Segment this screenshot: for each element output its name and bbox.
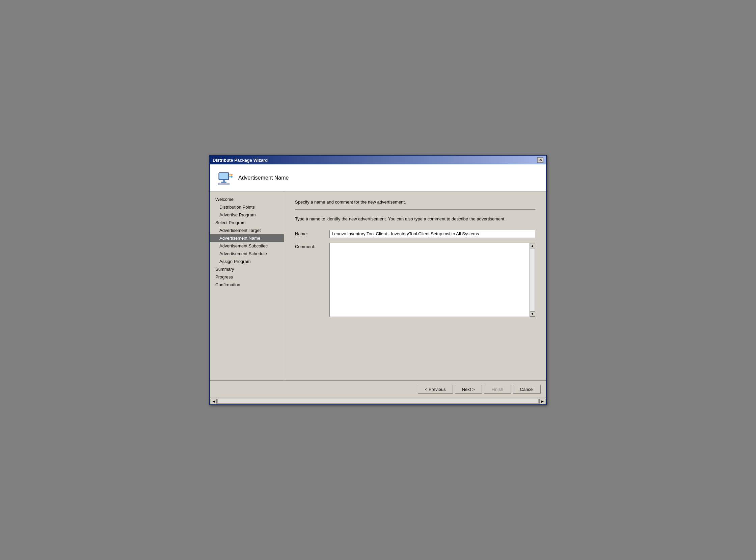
sidebar-item-progress[interactable]: Progress bbox=[210, 273, 284, 281]
close-button[interactable]: ✕ bbox=[537, 157, 544, 163]
sidebar-item-advertisement-target[interactable]: Advertisement Target bbox=[210, 226, 284, 234]
comment-label: Comment: bbox=[295, 243, 325, 249]
hscroll-track bbox=[217, 399, 539, 404]
desc-text: Type a name to identify the new advertis… bbox=[295, 216, 535, 222]
hscroll-left-button[interactable]: ◀ bbox=[210, 399, 217, 404]
sidebar-item-confirmation[interactable]: Confirmation bbox=[210, 281, 284, 288]
next-button[interactable]: Next > bbox=[455, 385, 482, 394]
title-bar-title: Distribute Package Wizard bbox=[212, 158, 268, 163]
comment-textarea-wrapper: ▲ ▼ bbox=[329, 243, 535, 317]
main-panel: Specify a name and comment for the new a… bbox=[284, 192, 546, 380]
sidebar-item-advertisement-subcollection[interactable]: Advertisement Subcollec bbox=[210, 242, 284, 250]
footer-bar: < Previous Next > Finish Cancel bbox=[210, 380, 546, 398]
title-bar-left: Distribute Package Wizard bbox=[212, 158, 268, 163]
svg-rect-1 bbox=[219, 173, 228, 179]
sidebar-item-advertisement-schedule[interactable]: Advertisement Schedule bbox=[210, 250, 284, 258]
wizard-icon bbox=[217, 170, 233, 186]
scrollbar-track bbox=[530, 248, 535, 311]
name-label: Name: bbox=[295, 230, 325, 236]
svg-rect-4 bbox=[218, 183, 229, 185]
svg-marker-8 bbox=[231, 176, 233, 178]
previous-button[interactable]: < Previous bbox=[418, 385, 453, 394]
cancel-button[interactable]: Cancel bbox=[513, 385, 541, 394]
sidebar-item-welcome[interactable]: Welcome bbox=[210, 196, 284, 203]
header-area: Advertisement Name bbox=[210, 164, 546, 192]
name-form-group: Name: bbox=[295, 230, 535, 238]
comment-textarea[interactable] bbox=[330, 243, 530, 317]
sidebar-item-advertisement-name[interactable]: Advertisement Name bbox=[210, 234, 284, 242]
intro-text: Specify a name and comment for the new a… bbox=[295, 200, 535, 204]
content-area: Welcome Distribution Points Advertise Pr… bbox=[210, 192, 546, 380]
sidebar-item-advertise-program[interactable]: Advertise Program bbox=[210, 211, 284, 219]
scrollbar-up-button[interactable]: ▲ bbox=[530, 243, 535, 248]
finish-button[interactable]: Finish bbox=[484, 385, 511, 394]
sidebar-item-summary[interactable]: Summary bbox=[210, 265, 284, 273]
sidebar-item-select-program[interactable]: Select Program bbox=[210, 219, 284, 226]
header-title: Advertisement Name bbox=[238, 175, 289, 181]
wizard-window: Distribute Package Wizard ✕ Advertis bbox=[209, 155, 547, 405]
bottom-scroll-bar: ◀ ▶ bbox=[210, 398, 546, 404]
sidebar-item-distribution-points[interactable]: Distribution Points bbox=[210, 203, 284, 211]
sidebar: Welcome Distribution Points Advertise Pr… bbox=[210, 192, 284, 380]
svg-rect-3 bbox=[221, 182, 226, 183]
svg-rect-2 bbox=[223, 180, 225, 182]
svg-marker-6 bbox=[231, 174, 233, 176]
sidebar-item-assign-program[interactable]: Assign Program bbox=[210, 258, 284, 265]
textarea-scrollbar: ▲ ▼ bbox=[530, 243, 535, 317]
title-bar: Distribute Package Wizard ✕ bbox=[210, 156, 546, 164]
hscroll-right-button[interactable]: ▶ bbox=[539, 399, 546, 404]
name-input[interactable] bbox=[329, 230, 535, 238]
comment-form-group: Comment: ▲ ▼ bbox=[295, 243, 535, 317]
scrollbar-down-button[interactable]: ▼ bbox=[530, 311, 535, 317]
divider bbox=[295, 209, 535, 209]
